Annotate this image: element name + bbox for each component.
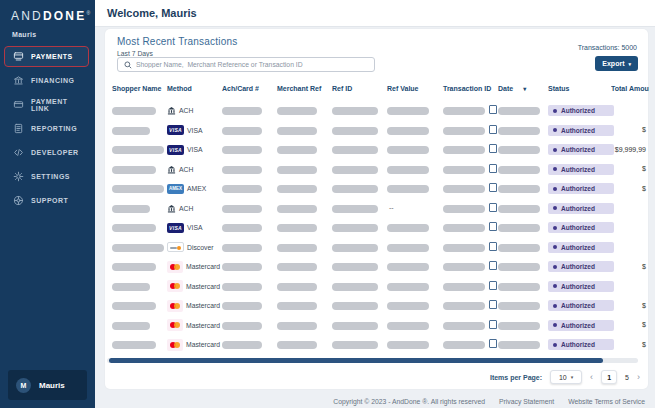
merchant-ref-placeholder: [277, 322, 317, 330]
ref-value-text: --: [389, 204, 394, 211]
table-row[interactable]: MastercardAuthorized$: [105, 296, 648, 316]
ref-value-placeholder: [387, 224, 429, 232]
settings-icon: [13, 171, 24, 182]
search-box: [117, 57, 375, 72]
ref-value-placeholder: [387, 341, 429, 349]
copy-icon[interactable]: [491, 263, 497, 270]
ref-id-placeholder: [332, 283, 378, 291]
status-label: Authorized: [561, 302, 595, 309]
shopper-name-placeholder: [112, 244, 164, 252]
table-body: ACHAuthorizedVISAVISAAuthorized$VISAVISA…: [105, 101, 648, 355]
column-header-ref-value: Ref Value: [387, 85, 419, 92]
ach-icon: [167, 165, 176, 174]
logo-text-and: AND: [11, 9, 43, 23]
table-row[interactable]: DiscoverAuthorized: [105, 238, 648, 258]
column-header-date[interactable]: Date▾: [498, 85, 526, 92]
ref-value-placeholder: [387, 244, 429, 252]
prev-page-button[interactable]: ‹: [590, 370, 593, 384]
table-row[interactable]: MastercardAuthorized$: [105, 335, 648, 355]
ach-card-number-placeholder: [222, 302, 262, 310]
column-header-merchant-ref: Merchant Ref: [277, 85, 321, 92]
search-input[interactable]: [136, 61, 368, 68]
items-per-page-select[interactable]: 10 ▾: [550, 370, 582, 384]
table-row[interactable]: ACHAuthorized$: [105, 160, 648, 180]
ref-value-placeholder: [387, 127, 429, 135]
status-label: Authorized: [561, 185, 595, 192]
sidebar-profile[interactable]: M Mauris: [8, 370, 87, 400]
export-button[interactable]: Export ▾: [595, 56, 638, 71]
merchant-ref-placeholder: [277, 263, 317, 271]
copy-icon[interactable]: [491, 224, 497, 231]
developer-icon: [13, 147, 24, 158]
status-label: Authorized: [561, 146, 595, 153]
total-amount: $: [642, 302, 646, 309]
merchant-ref-placeholder: [277, 283, 317, 291]
sidebar-item-reporting[interactable]: REPORTING: [4, 118, 89, 139]
ref-id-placeholder: [332, 166, 378, 174]
next-page-button[interactable]: ›: [637, 370, 640, 384]
table-row[interactable]: AMEXAMEXAuthorized$: [105, 179, 648, 199]
date-placeholder: [498, 146, 540, 154]
column-header-ach-card-: Ach/Card #: [222, 85, 259, 92]
terms-of-service-link[interactable]: Website Terms of Service: [568, 398, 645, 405]
shopper-name-placeholder: [112, 127, 150, 135]
copy-icon[interactable]: [491, 166, 497, 173]
sidebar-item-settings[interactable]: SETTINGS: [4, 166, 89, 187]
status-dot-icon: [553, 128, 557, 132]
sidebar-item-label: SETTINGS: [31, 173, 70, 180]
payment-method: VISAVISA: [167, 221, 203, 234]
horizontal-scrollbar-thumb[interactable]: [109, 358, 603, 363]
copy-icon[interactable]: [491, 185, 497, 192]
status-badge: Authorized: [548, 300, 614, 311]
sidebar-item-support[interactable]: SUPPORT: [4, 190, 89, 211]
transaction-id-placeholder: [443, 205, 485, 213]
caret-down-icon: ▾: [628, 61, 631, 67]
status-dot-icon: [553, 245, 557, 249]
copy-icon[interactable]: [491, 146, 497, 153]
copy-icon[interactable]: [491, 107, 497, 114]
transaction-id-placeholder: [443, 244, 485, 252]
date-placeholder: [498, 127, 540, 135]
payment-method-label: Mastercard: [186, 263, 220, 270]
transaction-id-placeholder: [443, 263, 485, 271]
copy-icon[interactable]: [491, 283, 497, 290]
discover-icon: [167, 242, 184, 252]
privacy-statement-link[interactable]: Privacy Statement: [499, 398, 554, 405]
column-header-total-amount: Total Amount: [611, 85, 649, 92]
status-dot-icon: [553, 109, 557, 113]
sidebar-item-payments[interactable]: PAYMENTS: [4, 46, 89, 67]
table-row[interactable]: VISAVISAAuthorized$9,999,99: [105, 140, 648, 160]
last-page-button[interactable]: 5: [625, 374, 629, 381]
sidebar-item-label: DEVELOPER: [31, 149, 79, 156]
date-placeholder: [498, 302, 540, 310]
copy-icon[interactable]: [491, 322, 497, 329]
status-badge: Authorized: [548, 203, 614, 214]
sort-caret-icon[interactable]: ▾: [523, 86, 526, 92]
date-placeholder: [498, 322, 540, 330]
payment-method: ACH: [167, 163, 193, 176]
horizontal-scrollbar-track[interactable]: [107, 358, 638, 363]
status-label: Authorized: [561, 224, 595, 231]
sidebar-item-financing[interactable]: FINANCING: [4, 70, 89, 91]
copy-icon[interactable]: [491, 244, 497, 251]
sidebar-item-payment-link[interactable]: PAYMENT LINK: [4, 94, 89, 115]
table-row[interactable]: VISAVISAAuthorized: [105, 218, 648, 238]
copy-icon[interactable]: [491, 302, 497, 309]
copy-icon[interactable]: [491, 127, 497, 134]
table-row[interactable]: MastercardAuthorized$: [105, 257, 648, 277]
sidebar-item-developer[interactable]: DEVELOPER: [4, 142, 89, 163]
table-row[interactable]: ACH--Authorized: [105, 199, 648, 219]
table-row[interactable]: ACHAuthorized: [105, 101, 648, 121]
ref-value-placeholder: [387, 166, 429, 174]
table-row[interactable]: MastercardAuthorized$: [105, 316, 648, 336]
table-row[interactable]: MastercardAuthorized: [105, 277, 648, 297]
copy-icon[interactable]: [491, 341, 497, 348]
ach-card-number-placeholder: [222, 205, 262, 213]
current-page-button[interactable]: 1: [601, 370, 617, 384]
items-per-page-value: 10: [559, 374, 567, 381]
copy-icon[interactable]: [491, 205, 497, 212]
table-row[interactable]: VISAVISAAuthorized$: [105, 121, 648, 141]
ref-value-placeholder: [387, 146, 429, 154]
date-placeholder: [498, 107, 540, 115]
merchant-ref-placeholder: [277, 107, 317, 115]
